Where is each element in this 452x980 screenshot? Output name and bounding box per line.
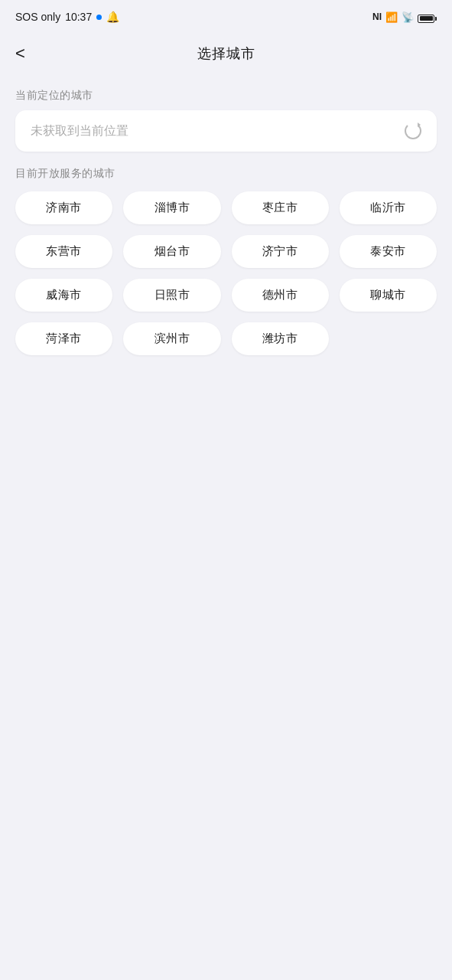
current-location-label: 当前定位的城市 — [15, 89, 437, 103]
sos-text: SOS only — [15, 11, 60, 23]
content-area: 当前定位的城市 未获取到当前位置 目前开放服务的城市 济南市淄博市枣庄市临沂市东… — [0, 74, 452, 363]
refresh-location-button[interactable] — [405, 122, 421, 139]
cities-grid: 济南市淄博市枣庄市临沂市东营市烟台市济宁市泰安市威海市日照市德州市聊城市菏泽市滨… — [15, 191, 437, 355]
available-cities-label: 目前开放服务的城市 — [15, 167, 437, 181]
city-chip[interactable]: 德州市 — [232, 279, 329, 312]
status-left: SOS only 10:37 🔔 — [15, 11, 119, 23]
city-chip[interactable]: 菏泽市 — [15, 322, 112, 355]
back-button[interactable]: < — [15, 45, 25, 62]
city-chip[interactable]: 枣庄市 — [232, 191, 329, 224]
city-chip[interactable]: 淄博市 — [123, 191, 220, 224]
bell-icon: 🔔 — [106, 11, 119, 23]
city-chip[interactable]: 东营市 — [15, 235, 112, 268]
city-chip[interactable]: 日照市 — [123, 279, 220, 312]
city-chip[interactable]: 临沂市 — [340, 191, 437, 224]
status-time: 10:37 — [65, 11, 92, 23]
status-bar: SOS only 10:37 🔔 NI 📶 📡 — [0, 0, 452, 34]
city-chip[interactable]: 聊城市 — [340, 279, 437, 312]
wifi-icon: 📡 — [402, 11, 414, 23]
city-chip[interactable]: 威海市 — [15, 279, 112, 312]
status-right: NI 📶 📡 — [372, 10, 437, 24]
location-box: 未获取到当前位置 — [15, 110, 437, 152]
city-chip[interactable]: 烟台市 — [123, 235, 220, 268]
city-chip[interactable]: 济南市 — [15, 191, 112, 224]
status-dot-icon — [96, 15, 102, 20]
location-placeholder-text: 未获取到当前位置 — [31, 123, 128, 139]
city-chip[interactable]: 滨州市 — [123, 322, 220, 355]
city-chip[interactable]: 潍坊市 — [232, 322, 329, 355]
nfc-icon: NI — [372, 11, 382, 22]
city-chip[interactable]: 泰安市 — [340, 235, 437, 268]
city-chip[interactable]: 济宁市 — [232, 235, 329, 268]
nav-bar: < 选择城市 — [0, 34, 452, 74]
signal-icon: 📶 — [385, 11, 398, 23]
battery-indicator — [418, 10, 437, 24]
page-title: 选择城市 — [197, 44, 255, 63]
